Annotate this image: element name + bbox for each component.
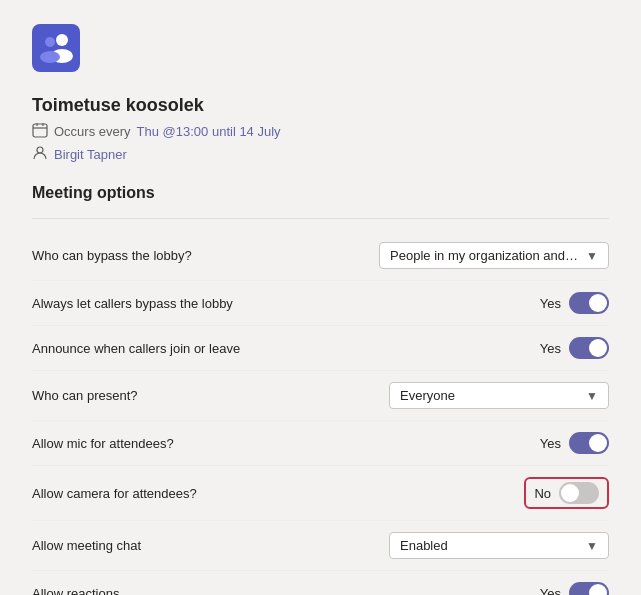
section-divider xyxy=(32,218,609,219)
allow-reactions-value: Yes xyxy=(540,586,561,596)
option-who-present: Who can present? Everyone ▼ xyxy=(32,371,609,421)
always-bypass-label: Always let callers bypass the lobby xyxy=(32,296,233,311)
always-bypass-toggle[interactable] xyxy=(569,292,609,314)
meeting-recurrence: Occurs every Thu @13:00 until 14 July xyxy=(32,122,609,141)
svg-point-9 xyxy=(37,147,43,153)
announce-join-control: Yes xyxy=(540,337,609,359)
allow-mic-control: Yes xyxy=(540,432,609,454)
always-bypass-value: Yes xyxy=(540,296,561,311)
who-present-dropdown[interactable]: Everyone ▼ xyxy=(389,382,609,409)
main-container: Toimetuse koosolek Occurs every Thu @13:… xyxy=(0,0,641,595)
meeting-chat-label: Allow meeting chat xyxy=(32,538,141,553)
bypass-lobby-value: People in my organization and gu... xyxy=(390,248,580,263)
svg-point-4 xyxy=(40,51,60,63)
bypass-lobby-control: People in my organization and gu... ▼ xyxy=(379,242,609,269)
meeting-chat-dropdown[interactable]: Enabled ▼ xyxy=(389,532,609,559)
person-icon xyxy=(32,145,48,164)
meeting-chat-control: Enabled ▼ xyxy=(389,532,609,559)
allow-camera-label: Allow camera for attendees? xyxy=(32,486,197,501)
camera-highlighted-control: No xyxy=(524,477,609,509)
option-allow-reactions: Allow reactions Yes xyxy=(32,571,609,595)
allow-reactions-toggle[interactable] xyxy=(569,582,609,595)
allow-mic-value: Yes xyxy=(540,436,561,451)
announce-join-label: Announce when callers join or leave xyxy=(32,341,240,356)
allow-camera-toggle[interactable] xyxy=(559,482,599,504)
meeting-organizer: Birgit Tapner xyxy=(32,145,609,164)
announce-join-value: Yes xyxy=(540,341,561,356)
who-present-control: Everyone ▼ xyxy=(389,382,609,409)
bypass-lobby-label: Who can bypass the lobby? xyxy=(32,248,192,263)
options-list: Who can bypass the lobby? People in my o… xyxy=(32,231,609,595)
announce-join-toggle[interactable] xyxy=(569,337,609,359)
option-bypass-lobby: Who can bypass the lobby? People in my o… xyxy=(32,231,609,281)
option-meeting-chat: Allow meeting chat Enabled ▼ xyxy=(32,521,609,571)
allow-camera-knob xyxy=(561,484,579,502)
bypass-lobby-dropdown[interactable]: People in my organization and gu... ▼ xyxy=(379,242,609,269)
teams-logo xyxy=(32,24,609,95)
recurrence-detail: Thu @13:00 until 14 July xyxy=(137,124,281,139)
who-present-value: Everyone xyxy=(400,388,580,403)
calendar-icon xyxy=(32,122,48,141)
announce-join-knob xyxy=(589,339,607,357)
meeting-chat-value: Enabled xyxy=(400,538,580,553)
allow-mic-toggle[interactable] xyxy=(569,432,609,454)
organizer-name: Birgit Tapner xyxy=(54,147,127,162)
section-title: Meeting options xyxy=(32,184,609,202)
meeting-meta: Occurs every Thu @13:00 until 14 July Bi… xyxy=(32,122,609,164)
allow-reactions-knob xyxy=(589,584,607,595)
svg-rect-5 xyxy=(33,124,47,137)
option-allow-camera: Allow camera for attendees? No xyxy=(32,466,609,521)
svg-point-3 xyxy=(45,37,55,47)
option-announce-join: Announce when callers join or leave Yes xyxy=(32,326,609,371)
always-bypass-control: Yes xyxy=(540,292,609,314)
allow-mic-label: Allow mic for attendees? xyxy=(32,436,174,451)
allow-reactions-label: Allow reactions xyxy=(32,586,119,596)
who-present-arrow: ▼ xyxy=(586,389,598,403)
option-always-bypass: Always let callers bypass the lobby Yes xyxy=(32,281,609,326)
allow-mic-knob xyxy=(589,434,607,452)
meeting-title: Toimetuse koosolek xyxy=(32,95,609,116)
allow-camera-control: No xyxy=(524,477,609,509)
recurrence-text: Occurs every xyxy=(54,124,131,139)
svg-rect-0 xyxy=(32,24,80,72)
meeting-chat-arrow: ▼ xyxy=(586,539,598,553)
bypass-lobby-arrow: ▼ xyxy=(586,249,598,263)
allow-camera-value: No xyxy=(534,486,551,501)
option-allow-mic: Allow mic for attendees? Yes xyxy=(32,421,609,466)
svg-point-1 xyxy=(56,34,68,46)
allow-reactions-control: Yes xyxy=(540,582,609,595)
who-present-label: Who can present? xyxy=(32,388,138,403)
always-bypass-knob xyxy=(589,294,607,312)
